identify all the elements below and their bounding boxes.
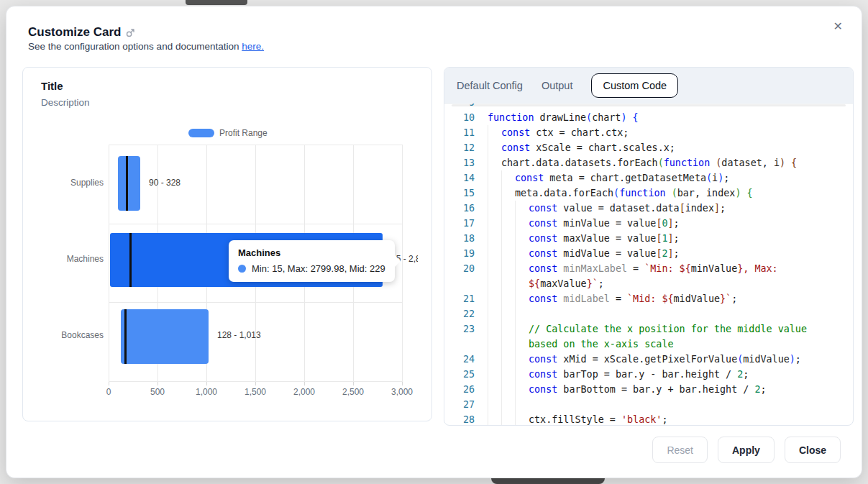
line-number: 18 — [450, 231, 475, 246]
indent-guide — [515, 321, 516, 352]
bar-bookcases-mid-marker — [124, 309, 127, 364]
tab-output[interactable]: Output — [542, 80, 573, 91]
preview-description: Description — [41, 97, 90, 108]
line-number: 14 — [450, 170, 475, 186]
y-label-bookcases: Bookcases — [37, 330, 104, 340]
indent-guide — [488, 155, 488, 170]
reset-button[interactable]: Reset — [652, 437, 708, 463]
indent-guide — [501, 246, 502, 261]
indent-guide — [488, 231, 488, 246]
line-number: 21 — [450, 291, 475, 306]
tab-default-config[interactable]: Default Config — [457, 80, 523, 91]
line-number: 13 — [450, 155, 475, 170]
tooltip-title: Machines — [238, 247, 385, 258]
indent-guide — [488, 306, 488, 321]
customize-card-modal: Customize Card See the configuration opt… — [6, 6, 862, 478]
code-line[interactable]: 13chart.data.datasets.forEach(function (… — [450, 155, 853, 170]
line-number: 11 — [450, 125, 475, 140]
indent-guide — [488, 261, 488, 291]
x-tick-500: 500 — [136, 387, 179, 397]
indent-guide — [488, 186, 488, 201]
line-number: 12 — [450, 140, 475, 155]
legend-swatch — [188, 129, 214, 137]
indent-guide — [515, 291, 516, 306]
x-tick-2000: 2,000 — [283, 387, 326, 397]
code-line[interactable]: 17const minValue = value[0]; — [450, 216, 853, 231]
indent-guide — [515, 367, 516, 382]
card-preview-panel: Title Description Profit Range Supplies … — [22, 67, 432, 421]
line-number: 22 — [450, 306, 475, 321]
code-line[interactable]: 19const midValue = value[2]; — [450, 246, 853, 261]
code-line[interactable]: 12const xScale = chart.scales.x; — [450, 140, 853, 155]
indent-guide — [501, 201, 502, 216]
indent-guide — [488, 216, 488, 231]
close-icon[interactable]: ✕ — [829, 15, 847, 37]
chart-legend[interactable]: Profit Range — [188, 128, 268, 138]
code-line[interactable]: 23// Calculate the x position for the mi… — [450, 321, 853, 352]
bar-supplies[interactable] — [118, 156, 140, 211]
code-panel: Default Config Output Custom Code 910fun… — [444, 67, 854, 426]
indent-guide — [515, 382, 516, 397]
indent-guide — [515, 201, 516, 216]
indent-guide — [488, 367, 488, 382]
line-number: 26 — [450, 382, 475, 397]
subtitle-text: See the configuration options and docume… — [28, 41, 242, 52]
code-line[interactable]: 25const barTop = bar.y - bar.height / 2; — [450, 367, 853, 382]
indent-guide — [488, 382, 488, 397]
indent-guide — [501, 186, 502, 201]
indent-guide — [515, 246, 516, 261]
code-line[interactable]: 26const barBottom = bar.y + bar.height /… — [450, 382, 853, 397]
x-axis-tickmarks — [109, 382, 403, 385]
line-number: 17 — [450, 216, 475, 231]
line-number: 15 — [450, 186, 475, 201]
indent-guide — [515, 261, 516, 291]
line-number: 20 — [450, 261, 475, 291]
code-line[interactable]: 9 — [450, 104, 853, 110]
code-line[interactable]: 22 — [450, 306, 853, 321]
indent-guide — [501, 352, 502, 367]
code-line[interactable]: 20const minMaxLabel = `Min: ${minValue},… — [450, 261, 853, 291]
bar-bookcases[interactable] — [121, 309, 209, 364]
indent-guide — [488, 125, 488, 140]
indent-guide — [501, 216, 502, 231]
documentation-link[interactable]: here. — [242, 41, 264, 52]
indent-guide — [501, 231, 502, 246]
tab-bar: Default Config Output Custom Code — [444, 68, 853, 104]
code-line[interactable]: 28ctx.fillStyle = 'black'; — [450, 412, 853, 426]
code-line[interactable]: 14const meta = chart.getDatasetMeta(i); — [450, 170, 853, 186]
x-tick-1000: 1,000 — [185, 387, 228, 397]
indent-guide — [501, 412, 502, 426]
modal-title: Customize Card — [28, 25, 121, 40]
tooltip-series-dot — [238, 265, 246, 273]
code-line[interactable]: 11const ctx = chart.ctx; — [450, 125, 853, 140]
chart-tooltip: Machines Min: 15, Max: 2799.98, Mid: 229 — [229, 240, 395, 282]
indent-guide — [515, 397, 516, 412]
close-button[interactable]: Close — [785, 437, 841, 463]
apply-button[interactable]: Apply — [718, 437, 775, 463]
code-line[interactable]: 24const xMid = xScale.getPixelForValue(m… — [450, 352, 853, 367]
line-number: 23 — [450, 321, 475, 352]
code-line[interactable]: 21const midLabel = `Mid: ${midValue}`; — [450, 291, 853, 306]
code-line[interactable]: 18const maxValue = value[1]; — [450, 231, 853, 246]
indent-guide — [501, 367, 502, 382]
line-number: 24 — [450, 352, 475, 367]
code-line[interactable]: 10function drawLine(chart) { — [450, 110, 853, 125]
link-icon[interactable] — [126, 28, 135, 37]
x-tick-2500: 2,500 — [332, 387, 375, 397]
line-number: 27 — [450, 397, 475, 412]
x-tick-3000: 3,000 — [380, 387, 424, 397]
code-line[interactable]: 16const value = dataset.data[index]; — [450, 201, 853, 216]
indent-guide — [501, 382, 502, 397]
code-editor[interactable]: 910function drawLine(chart) {11const ctx… — [444, 104, 853, 426]
indent-guide — [501, 306, 502, 321]
indent-guide — [501, 321, 502, 352]
indent-guide — [515, 231, 516, 246]
indent-guide — [515, 352, 516, 367]
indent-guide — [488, 201, 488, 216]
indent-guide — [488, 291, 488, 306]
tooltip-caret — [395, 255, 401, 267]
code-line[interactable]: 15meta.data.forEach(function (bar, index… — [450, 186, 853, 201]
tab-custom-code[interactable]: Custom Code — [591, 73, 678, 98]
x-tick-1500: 1,500 — [234, 387, 277, 397]
code-line[interactable]: 27 — [450, 397, 853, 412]
